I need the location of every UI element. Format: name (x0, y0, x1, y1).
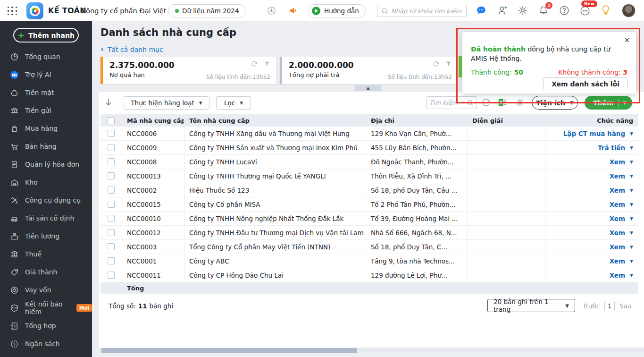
sidebar-item-ngan-sach[interactable]: $ Ngân sách (0, 335, 92, 353)
row-checkbox[interactable] (108, 229, 115, 236)
sidebar-item-ket-noi-bao-hiem[interactable]: Kết nối bảo hiểm Mới (0, 299, 92, 317)
horizontal-scrollbar-thumb[interactable] (101, 348, 357, 353)
sidebar-item-ban-hang[interactable]: Bán hàng (0, 137, 92, 155)
row-action-button[interactable]: Xem▼ (545, 183, 638, 197)
row-action-button[interactable]: Xem▼ (545, 197, 638, 211)
bell-icon[interactable]: 1 (538, 5, 549, 16)
next-page-button[interactable]: Sau (619, 302, 631, 310)
global-search-input[interactable] (391, 8, 462, 15)
col-header-name[interactable]: Tên nhà cung cấp (184, 114, 366, 127)
view-errors-button[interactable]: Xem danh sách lỗi (544, 77, 627, 90)
add-button[interactable]: Thêm ▼ (585, 96, 632, 110)
batch-actions-button[interactable]: Thực hiện hàng loạt ▼ (124, 96, 209, 110)
column-settings-icon[interactable] (514, 97, 526, 108)
row-checkbox[interactable] (108, 130, 115, 137)
row-action-button[interactable]: Xem▼ (545, 169, 638, 183)
table-row[interactable]: NCC00010 Công ty TNHH Nông nghiệp Nhất T… (100, 212, 638, 226)
table-row[interactable]: NCC00011 Công ty CP Hồng Đào Chu Lai 129… (100, 268, 638, 282)
avatar[interactable] (622, 4, 636, 17)
data-year-pill[interactable]: Dữ liệu năm 2024 (168, 4, 246, 17)
sidebar-item-cong-cu-dung-cu[interactable]: Công cụ dụng cụ (0, 191, 92, 209)
row-checkbox[interactable] (108, 272, 115, 279)
table-row[interactable]: NCC0008 Công ty TNHH LucaVi Đô Ngoắc Tha… (100, 155, 638, 169)
close-icon[interactable]: × (624, 36, 630, 44)
row-action-button[interactable]: Xem▼ (545, 226, 638, 239)
add-user-icon[interactable] (497, 5, 508, 16)
table-search-input[interactable] (429, 99, 467, 106)
gear-icon[interactable] (517, 5, 528, 16)
sidebar-item-quan-ly-hoa-don[interactable]: Quản lý hóa đơn (0, 155, 92, 173)
table-row[interactable]: NCC00012 Công ty TNHH Đầu tư Thương mại … (100, 226, 638, 240)
supplier-code: NCC00010 (122, 212, 184, 225)
help-icon[interactable] (559, 5, 570, 16)
megaphone-icon[interactable] (287, 5, 298, 16)
row-action-button[interactable]: Lập CT mua hàng▼ (545, 127, 638, 140)
col-header-note[interactable]: Diễn giải (467, 114, 545, 127)
row-checkbox[interactable] (108, 187, 115, 194)
table-row[interactable]: NCC0009 Công ty TNHH Sản xuất và Thương … (100, 141, 638, 155)
table-row[interactable]: NCC0002 Hiệu Thuốc Số 123 Số 18, phố Duy… (100, 183, 638, 197)
row-action-button[interactable]: Xem▼ (545, 268, 638, 282)
refresh-icon[interactable] (251, 60, 258, 68)
horizontal-scrollbar-track[interactable] (99, 348, 644, 353)
sidebar-item-tro-ly-ai[interactable]: Trợ lý AI (0, 66, 92, 84)
table-row[interactable]: NCC0006 Công ty TNHH Xăng dầu và Thương … (100, 127, 638, 141)
select-all-checkbox[interactable] (108, 117, 115, 124)
row-action-button[interactable]: Xem▼ (545, 212, 638, 225)
row-checkbox[interactable] (108, 158, 115, 165)
sidebar-item-tong-quan[interactable]: Tổng quan (0, 48, 92, 66)
reload-icon[interactable] (480, 97, 492, 108)
global-search[interactable] (377, 5, 467, 17)
sidebar-item-tong-hop[interactable]: $ Tổng hợp (0, 317, 92, 335)
download-icon[interactable] (266, 5, 277, 16)
breadcrumb[interactable]: ‹ Tất cả danh mục (100, 45, 163, 53)
misa-logo[interactable] (26, 2, 43, 19)
whats-new-lamp-icon[interactable] (600, 4, 611, 16)
row-checkbox[interactable] (108, 257, 115, 264)
sidebar-item-tien-gui[interactable]: Tiền gửi (0, 102, 92, 119)
row-checkbox[interactable] (108, 215, 115, 222)
table-row[interactable]: NCC0003 Tổng Công ty Cổ phần May Việt Ti… (100, 240, 638, 254)
table-row[interactable]: NCC00015 Công ty Cổ phần MISA Tổ 2 Phố T… (100, 197, 638, 212)
row-action-button[interactable]: Xem▼ (545, 240, 638, 254)
excel-export-icon[interactable]: X (497, 97, 508, 108)
col-header-address[interactable]: Địa chỉ (366, 114, 467, 127)
table-row[interactable]: NCC0001 Công ty ABC Tầng 9, tòa nhà Tech… (100, 254, 638, 268)
table-row[interactable]: NCC00013 Công ty TNHH Thương mại Quốc tế… (100, 169, 638, 183)
feedback-icon[interactable]: New (579, 5, 591, 17)
row-checkbox[interactable] (108, 144, 115, 151)
sidebar-item-kho[interactable]: Kho (0, 173, 92, 191)
sidebar-item-tien-mat[interactable]: Tiền mặt (0, 84, 92, 102)
current-page[interactable]: 1 (604, 301, 615, 311)
filter-icon[interactable] (264, 60, 270, 67)
row-action-button[interactable]: Xem▼ (545, 155, 638, 169)
chat-icon[interactable] (476, 5, 487, 16)
row-checkbox[interactable] (108, 201, 115, 208)
sidebar-item-thue[interactable]: Thuế (0, 245, 92, 263)
sidebar-item-tai-san-co-dinh[interactable]: Tài sản cố định (0, 209, 92, 227)
col-header-code[interactable]: Mã nhà cung cấp (122, 114, 184, 127)
utilities-button[interactable]: Tiện ích ▼ (532, 96, 578, 110)
company-selector[interactable]: Công ty cổ phần Đại Việt ▼ (81, 0, 173, 21)
guide-button[interactable]: Hướng dẫn (308, 4, 366, 17)
chevron-down-icon: ▼ (630, 273, 633, 278)
sidebar-item-tien-luong[interactable]: Tiền lương (0, 227, 92, 245)
row-action-button[interactable]: Xem▼ (545, 254, 638, 268)
prev-page-button[interactable]: Trước (583, 302, 600, 310)
quick-add-button[interactable]: + Thêm nhanh (13, 28, 79, 42)
page-size-select[interactable]: 20 bản ghi trên 1 trang ▼ (487, 299, 575, 312)
filter-button[interactable]: Lọc ▼ (216, 96, 251, 110)
row-checkbox[interactable] (108, 243, 115, 250)
app-launcher-icon[interactable] (8, 6, 18, 16)
row-action-button[interactable]: Trả tiền▼ (545, 141, 638, 154)
chevron-down-icon[interactable]: ▼ (619, 101, 632, 105)
collapse-cards-button[interactable]: ▲ (355, 85, 381, 91)
filter-icon[interactable] (445, 60, 452, 67)
table-search[interactable] (426, 96, 477, 109)
sidebar-item-vay-von[interactable]: Vay vốn (0, 281, 92, 299)
sidebar-item-mua-hang[interactable]: Mua hàng (0, 119, 92, 137)
row-checkbox[interactable] (108, 172, 115, 179)
sidebar-item-gia-thanh[interactable]: Giá thành (0, 263, 92, 281)
sort-download-icon[interactable] (103, 97, 114, 108)
refresh-icon[interactable] (433, 60, 440, 68)
